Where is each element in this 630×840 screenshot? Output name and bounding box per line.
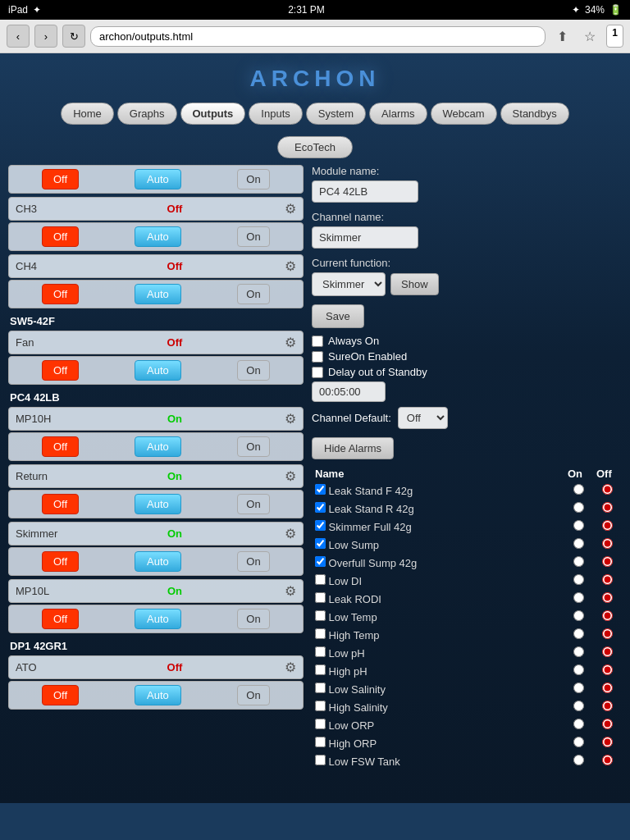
- skimmer-gear-icon[interactable]: ⚙: [285, 526, 296, 541]
- alarm-off-radio[interactable]: [602, 755, 613, 765]
- share-button[interactable]: ⬆: [550, 25, 573, 48]
- alarm-on-radio[interactable]: [573, 610, 584, 621]
- ato-off-button[interactable]: Off: [42, 685, 79, 705]
- alarm-checkbox[interactable]: [315, 556, 326, 567]
- alarm-checkbox[interactable]: [315, 520, 326, 531]
- mp10l-auto-button[interactable]: Auto: [135, 609, 181, 629]
- nav-system[interactable]: System: [306, 103, 366, 125]
- alarm-checkbox[interactable]: [315, 646, 326, 657]
- alarm-off-radio[interactable]: [602, 682, 613, 693]
- fan-auto-button[interactable]: Auto: [135, 360, 181, 381]
- reload-button[interactable]: ↻: [62, 25, 85, 48]
- alarm-off-radio[interactable]: [602, 574, 613, 585]
- alarm-on-radio[interactable]: [573, 538, 584, 549]
- alarm-on-radio[interactable]: [573, 719, 584, 729]
- alarm-on-radio[interactable]: [573, 484, 584, 495]
- mp10h-auto-button[interactable]: Auto: [135, 436, 181, 457]
- save-button[interactable]: Save: [312, 304, 364, 328]
- delay-input[interactable]: [312, 381, 386, 402]
- ch3-auto-button[interactable]: Auto: [135, 226, 181, 247]
- nav-outputs[interactable]: Outputs: [180, 103, 246, 125]
- alarm-on-radio[interactable]: [573, 592, 584, 603]
- alarm-off-radio[interactable]: [602, 484, 613, 495]
- fan-off-button[interactable]: Off: [42, 360, 79, 381]
- bookmark-button[interactable]: ☆: [578, 25, 601, 48]
- back-button[interactable]: ‹: [7, 25, 30, 48]
- hide-alarms-button[interactable]: Hide Alarms: [312, 437, 394, 459]
- alarm-off-radio[interactable]: [602, 701, 613, 711]
- alarm-on-radio[interactable]: [573, 574, 584, 585]
- tab-count[interactable]: 1: [606, 25, 623, 48]
- alarm-on-radio[interactable]: [573, 755, 584, 765]
- fan-on-button[interactable]: On: [237, 360, 270, 381]
- ecotech-button[interactable]: EcoTech: [277, 136, 353, 158]
- mp10h-on-button[interactable]: On: [237, 436, 270, 457]
- alarm-checkbox[interactable]: [315, 701, 326, 711]
- alarm-on-radio[interactable]: [573, 628, 584, 639]
- alarm-on-radio[interactable]: [573, 737, 584, 747]
- ch3-gear-icon[interactable]: ⚙: [285, 201, 296, 217]
- nav-webcam[interactable]: Webcam: [431, 103, 497, 125]
- alarm-checkbox[interactable]: [315, 574, 326, 585]
- nav-standbys[interactable]: Standbys: [500, 103, 569, 125]
- channel-default-select[interactable]: Off On Auto: [398, 407, 448, 429]
- alarm-off-radio[interactable]: [602, 737, 613, 747]
- alarm-off-radio[interactable]: [602, 646, 613, 657]
- module-name-input[interactable]: [312, 180, 418, 203]
- alarm-on-radio[interactable]: [573, 520, 584, 531]
- alarm-off-radio[interactable]: [602, 538, 613, 549]
- return-off-button[interactable]: Off: [42, 494, 79, 514]
- ch3-off-button[interactable]: Off: [42, 226, 79, 247]
- alarm-checkbox[interactable]: [315, 502, 326, 513]
- return-gear-icon[interactable]: ⚙: [285, 468, 296, 484]
- nav-inputs[interactable]: Inputs: [249, 103, 302, 125]
- alarm-off-radio[interactable]: [602, 719, 613, 729]
- mp10h-gear-icon[interactable]: ⚙: [285, 411, 296, 427]
- alarm-off-radio[interactable]: [602, 628, 613, 639]
- alarm-off-radio[interactable]: [602, 592, 613, 603]
- ato-auto-button[interactable]: Auto: [135, 685, 181, 705]
- ch4-auto-button[interactable]: Auto: [135, 284, 181, 304]
- top-on-button[interactable]: On: [237, 169, 270, 189]
- nav-home[interactable]: Home: [61, 103, 114, 125]
- function-select[interactable]: Skimmer Return Fan ATO MP10H MP10L: [312, 272, 386, 296]
- top-off-button[interactable]: Off: [42, 169, 79, 189]
- alarm-checkbox[interactable]: [315, 628, 326, 639]
- alarm-on-radio[interactable]: [573, 682, 584, 693]
- alarm-checkbox[interactable]: [315, 592, 326, 603]
- ch4-off-button[interactable]: Off: [42, 284, 79, 304]
- skimmer-auto-button[interactable]: Auto: [135, 551, 181, 572]
- alarm-on-radio[interactable]: [573, 701, 584, 711]
- alarm-on-radio[interactable]: [573, 556, 584, 567]
- skimmer-on-button[interactable]: On: [237, 551, 270, 572]
- delay-standby-checkbox[interactable]: [312, 367, 323, 378]
- mp10h-off-button[interactable]: Off: [42, 436, 79, 457]
- alarm-on-radio[interactable]: [573, 646, 584, 657]
- forward-button[interactable]: ›: [34, 25, 57, 48]
- alarm-on-radio[interactable]: [573, 502, 584, 513]
- alarm-checkbox[interactable]: [315, 682, 326, 693]
- alarm-off-radio[interactable]: [602, 520, 613, 531]
- alarm-checkbox[interactable]: [315, 484, 326, 495]
- alarm-off-radio[interactable]: [602, 502, 613, 513]
- return-on-button[interactable]: On: [237, 494, 270, 514]
- alarm-off-radio[interactable]: [602, 556, 613, 567]
- sureon-checkbox[interactable]: [312, 351, 323, 363]
- alarm-on-radio[interactable]: [573, 664, 584, 675]
- ato-on-button[interactable]: On: [237, 685, 270, 705]
- alarm-checkbox[interactable]: [315, 610, 326, 621]
- alarm-checkbox[interactable]: [315, 664, 326, 675]
- alarm-checkbox[interactable]: [315, 737, 326, 747]
- alarm-checkbox[interactable]: [315, 755, 326, 765]
- alarm-checkbox[interactable]: [315, 538, 326, 549]
- nav-alarms[interactable]: Alarms: [369, 103, 427, 125]
- channel-name-input[interactable]: [312, 226, 418, 249]
- fan-gear-icon[interactable]: ⚙: [285, 335, 296, 350]
- nav-graphs[interactable]: Graphs: [117, 103, 177, 125]
- return-auto-button[interactable]: Auto: [135, 494, 181, 514]
- top-auto-button[interactable]: Auto: [135, 169, 181, 189]
- alarm-checkbox[interactable]: [315, 719, 326, 729]
- skimmer-off-button[interactable]: Off: [42, 551, 79, 572]
- alarm-off-radio[interactable]: [602, 610, 613, 621]
- ch4-on-button[interactable]: On: [237, 284, 270, 304]
